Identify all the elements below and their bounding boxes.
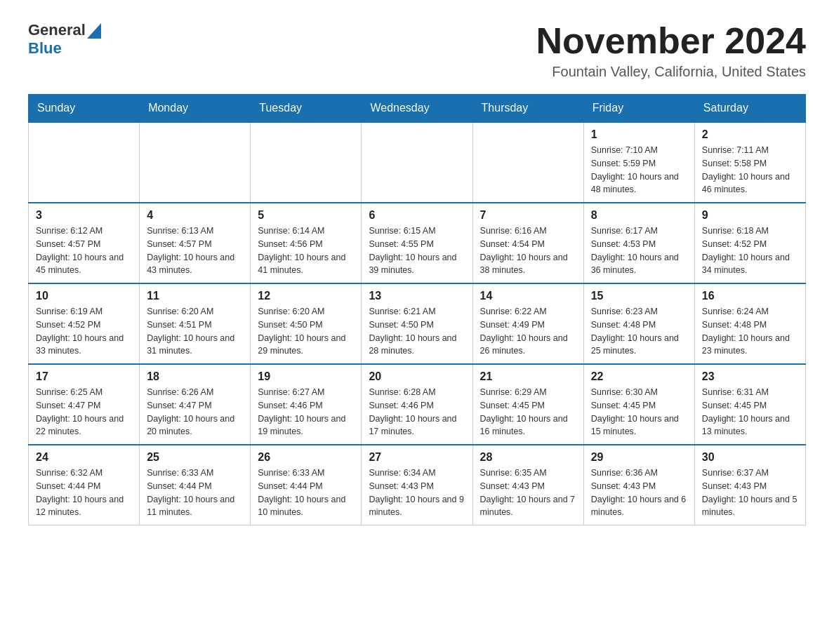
day-number: 11: [147, 290, 243, 302]
day-sun-info: Sunrise: 6:27 AM Sunset: 4:46 PM Dayligh…: [258, 386, 354, 438]
day-sun-info: Sunrise: 6:12 AM Sunset: 4:57 PM Dayligh…: [36, 224, 132, 277]
day-number: 12: [258, 290, 354, 302]
day-number: 10: [36, 290, 132, 302]
day-sun-info: Sunrise: 6:18 AM Sunset: 4:52 PM Dayligh…: [702, 224, 798, 277]
day-sun-info: Sunrise: 6:32 AM Sunset: 4:44 PM Dayligh…: [36, 467, 132, 519]
day-number: 8: [591, 209, 687, 222]
day-of-week-header: Friday: [583, 95, 694, 123]
calendar-day-cell: 28Sunrise: 6:35 AM Sunset: 4:43 PM Dayli…: [472, 445, 583, 525]
day-number: 4: [147, 209, 243, 222]
day-sun-info: Sunrise: 6:29 AM Sunset: 4:45 PM Dayligh…: [480, 386, 576, 438]
day-number: 20: [369, 370, 465, 383]
day-number: 6: [369, 209, 465, 222]
calendar-day-cell: 30Sunrise: 6:37 AM Sunset: 4:43 PM Dayli…: [694, 445, 805, 525]
calendar-day-cell: 20Sunrise: 6:28 AM Sunset: 4:46 PM Dayli…: [362, 364, 472, 445]
day-sun-info: Sunrise: 6:13 AM Sunset: 4:57 PM Dayligh…: [147, 224, 243, 277]
day-sun-info: Sunrise: 6:36 AM Sunset: 4:43 PM Dayligh…: [591, 467, 687, 519]
calendar-day-cell: 3Sunrise: 6:12 AM Sunset: 4:57 PM Daylig…: [29, 203, 140, 283]
day-number: 18: [147, 370, 243, 383]
month-title: November 2024: [536, 21, 806, 61]
calendar-day-cell: 2Sunrise: 7:11 AM Sunset: 5:58 PM Daylig…: [694, 122, 805, 203]
calendar-day-cell: 15Sunrise: 6:23 AM Sunset: 4:48 PM Dayli…: [583, 283, 694, 364]
day-number: 30: [702, 451, 798, 464]
day-number: 23: [702, 370, 798, 383]
day-sun-info: Sunrise: 6:22 AM Sunset: 4:49 PM Dayligh…: [480, 305, 576, 358]
day-sun-info: Sunrise: 6:33 AM Sunset: 4:44 PM Dayligh…: [258, 467, 354, 519]
calendar-day-cell: [29, 122, 140, 203]
day-sun-info: Sunrise: 6:35 AM Sunset: 4:43 PM Dayligh…: [480, 467, 576, 519]
calendar-day-cell: 9Sunrise: 6:18 AM Sunset: 4:52 PM Daylig…: [694, 203, 805, 283]
day-sun-info: Sunrise: 6:14 AM Sunset: 4:56 PM Dayligh…: [258, 224, 354, 277]
calendar-week-row: 1Sunrise: 7:10 AM Sunset: 5:59 PM Daylig…: [29, 122, 806, 203]
day-sun-info: Sunrise: 6:19 AM Sunset: 4:52 PM Dayligh…: [36, 305, 132, 358]
day-sun-info: Sunrise: 6:16 AM Sunset: 4:54 PM Dayligh…: [480, 224, 576, 277]
calendar-day-cell: 25Sunrise: 6:33 AM Sunset: 4:44 PM Dayli…: [140, 445, 251, 525]
calendar-day-cell: 26Sunrise: 6:33 AM Sunset: 4:44 PM Dayli…: [251, 445, 362, 525]
page-header: General Blue November 2024 Fountain Vall…: [28, 21, 806, 80]
day-number: 13: [369, 290, 465, 302]
calendar-day-cell: 16Sunrise: 6:24 AM Sunset: 4:48 PM Dayli…: [694, 283, 805, 364]
calendar-week-row: 24Sunrise: 6:32 AM Sunset: 4:44 PM Dayli…: [29, 445, 806, 525]
calendar-day-cell: 22Sunrise: 6:30 AM Sunset: 4:45 PM Dayli…: [583, 364, 694, 445]
day-sun-info: Sunrise: 6:37 AM Sunset: 4:43 PM Dayligh…: [702, 467, 798, 519]
calendar-week-row: 3Sunrise: 6:12 AM Sunset: 4:57 PM Daylig…: [29, 203, 806, 283]
title-block: November 2024 Fountain Valley, Californi…: [536, 21, 806, 80]
calendar-day-cell: 17Sunrise: 6:25 AM Sunset: 4:47 PM Dayli…: [29, 364, 140, 445]
day-number: 26: [258, 451, 354, 464]
calendar-day-cell: 27Sunrise: 6:34 AM Sunset: 4:43 PM Dayli…: [362, 445, 472, 525]
day-sun-info: Sunrise: 6:26 AM Sunset: 4:47 PM Dayligh…: [147, 386, 243, 438]
day-number: 19: [258, 370, 354, 383]
day-sun-info: Sunrise: 6:34 AM Sunset: 4:43 PM Dayligh…: [369, 467, 465, 519]
day-number: 22: [591, 370, 687, 383]
day-sun-info: Sunrise: 6:21 AM Sunset: 4:50 PM Dayligh…: [369, 305, 465, 358]
day-sun-info: Sunrise: 6:31 AM Sunset: 4:45 PM Dayligh…: [702, 386, 798, 438]
day-number: 9: [702, 209, 798, 222]
calendar-day-cell: [251, 122, 362, 203]
day-number: 29: [591, 451, 687, 464]
calendar-day-cell: 11Sunrise: 6:20 AM Sunset: 4:51 PM Dayli…: [140, 283, 251, 364]
calendar-day-cell: 1Sunrise: 7:10 AM Sunset: 5:59 PM Daylig…: [583, 122, 694, 203]
calendar-day-cell: 8Sunrise: 6:17 AM Sunset: 4:53 PM Daylig…: [583, 203, 694, 283]
calendar-day-cell: 21Sunrise: 6:29 AM Sunset: 4:45 PM Dayli…: [472, 364, 583, 445]
calendar-day-cell: 7Sunrise: 6:16 AM Sunset: 4:54 PM Daylig…: [472, 203, 583, 283]
day-sun-info: Sunrise: 6:25 AM Sunset: 4:47 PM Dayligh…: [36, 386, 132, 438]
calendar-day-cell: [362, 122, 472, 203]
day-number: 28: [480, 451, 576, 464]
day-sun-info: Sunrise: 7:11 AM Sunset: 5:58 PM Dayligh…: [702, 144, 798, 196]
day-number: 14: [480, 290, 576, 302]
calendar-week-row: 10Sunrise: 6:19 AM Sunset: 4:52 PM Dayli…: [29, 283, 806, 364]
calendar-week-row: 17Sunrise: 6:25 AM Sunset: 4:47 PM Dayli…: [29, 364, 806, 445]
day-number: 17: [36, 370, 132, 383]
day-number: 27: [369, 451, 465, 464]
logo-general-text: General: [28, 21, 86, 39]
calendar-day-cell: 19Sunrise: 6:27 AM Sunset: 4:46 PM Dayli…: [251, 364, 362, 445]
day-sun-info: Sunrise: 6:15 AM Sunset: 4:55 PM Dayligh…: [369, 224, 465, 277]
day-sun-info: Sunrise: 6:17 AM Sunset: 4:53 PM Dayligh…: [591, 224, 687, 277]
day-sun-info: Sunrise: 6:20 AM Sunset: 4:51 PM Dayligh…: [147, 305, 243, 358]
day-number: 1: [591, 128, 687, 141]
day-of-week-header: Sunday: [29, 95, 140, 123]
day-number: 3: [36, 209, 132, 222]
day-number: 16: [702, 290, 798, 302]
day-of-week-header: Saturday: [694, 95, 805, 123]
logo-blue-text: Blue: [28, 39, 62, 58]
calendar-day-cell: [472, 122, 583, 203]
day-of-week-header: Monday: [140, 95, 251, 123]
location-title: Fountain Valley, California, United Stat…: [536, 64, 806, 80]
calendar-day-cell: 14Sunrise: 6:22 AM Sunset: 4:49 PM Dayli…: [472, 283, 583, 364]
day-sun-info: Sunrise: 6:33 AM Sunset: 4:44 PM Dayligh…: [147, 467, 243, 519]
day-number: 15: [591, 290, 687, 302]
calendar-day-cell: 5Sunrise: 6:14 AM Sunset: 4:56 PM Daylig…: [251, 203, 362, 283]
calendar-header-row: SundayMondayTuesdayWednesdayThursdayFrid…: [29, 95, 806, 123]
calendar-day-cell: 13Sunrise: 6:21 AM Sunset: 4:50 PM Dayli…: [362, 283, 472, 364]
calendar-day-cell: 4Sunrise: 6:13 AM Sunset: 4:57 PM Daylig…: [140, 203, 251, 283]
calendar-day-cell: 18Sunrise: 6:26 AM Sunset: 4:47 PM Dayli…: [140, 364, 251, 445]
day-number: 21: [480, 370, 576, 383]
day-of-week-header: Thursday: [472, 95, 583, 123]
calendar-day-cell: 6Sunrise: 6:15 AM Sunset: 4:55 PM Daylig…: [362, 203, 472, 283]
day-number: 24: [36, 451, 132, 464]
calendar-day-cell: 12Sunrise: 6:20 AM Sunset: 4:50 PM Dayli…: [251, 283, 362, 364]
day-of-week-header: Wednesday: [362, 95, 472, 123]
day-sun-info: Sunrise: 6:24 AM Sunset: 4:48 PM Dayligh…: [702, 305, 798, 358]
day-sun-info: Sunrise: 7:10 AM Sunset: 5:59 PM Dayligh…: [591, 144, 687, 196]
